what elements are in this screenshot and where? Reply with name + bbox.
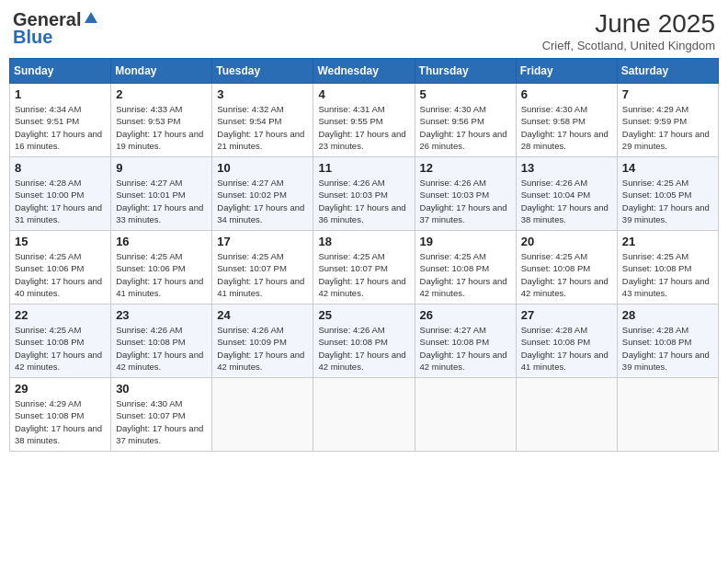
day-info: Sunrise: 4:26 AMSunset: 10:04 PMDaylight… bbox=[521, 177, 612, 225]
day-number: 8 bbox=[15, 161, 106, 175]
day-info: Sunrise: 4:25 AMSunset: 10:06 PMDaylight… bbox=[15, 250, 106, 299]
col-thursday: Thursday bbox=[415, 59, 516, 84]
calendar-cell: 25Sunrise: 4:26 AMSunset: 10:08 PMDaylig… bbox=[313, 304, 415, 378]
day-number: 24 bbox=[217, 308, 308, 322]
day-number: 27 bbox=[521, 308, 612, 322]
day-info: Sunrise: 4:29 AMSunset: 10:08 PMDaylight… bbox=[15, 397, 106, 446]
calendar-table: Sunday Monday Tuesday Wednesday Thursday… bbox=[9, 58, 719, 452]
col-wednesday: Wednesday bbox=[313, 59, 415, 84]
calendar-week-3: 15Sunrise: 4:25 AMSunset: 10:06 PMDaylig… bbox=[10, 231, 719, 304]
day-number: 20 bbox=[521, 235, 612, 248]
day-info: Sunrise: 4:30 AMSunset: 9:56 PMDaylight:… bbox=[420, 103, 511, 152]
calendar-cell: 24Sunrise: 4:26 AMSunset: 10:09 PMDaylig… bbox=[212, 304, 313, 378]
calendar-cell: 12Sunrise: 4:26 AMSunset: 10:03 PMDaylig… bbox=[415, 157, 516, 231]
day-number: 19 bbox=[420, 235, 511, 248]
calendar-cell bbox=[212, 378, 313, 452]
day-number: 21 bbox=[622, 235, 713, 248]
title-area: June 2025 Crieff, Scotland, United Kingd… bbox=[542, 9, 715, 52]
day-number: 1 bbox=[15, 87, 106, 101]
calendar-cell: 22Sunrise: 4:25 AMSunset: 10:08 PMDaylig… bbox=[10, 304, 111, 378]
svg-marker-0 bbox=[85, 12, 97, 23]
day-number: 4 bbox=[318, 87, 409, 101]
day-info: Sunrise: 4:27 AMSunset: 10:01 PMDaylight… bbox=[116, 177, 207, 225]
day-number: 12 bbox=[420, 161, 511, 175]
calendar-cell bbox=[516, 378, 617, 452]
day-info: Sunrise: 4:25 AMSunset: 10:08 PMDaylight… bbox=[420, 250, 511, 299]
calendar-week-1: 1Sunrise: 4:34 AMSunset: 9:51 PMDaylight… bbox=[10, 84, 719, 157]
header-row: Sunday Monday Tuesday Wednesday Thursday… bbox=[10, 59, 719, 84]
day-info: Sunrise: 4:29 AMSunset: 9:59 PMDaylight:… bbox=[622, 103, 713, 152]
calendar-cell: 1Sunrise: 4:34 AMSunset: 9:51 PMDaylight… bbox=[10, 84, 111, 157]
day-number: 9 bbox=[116, 161, 207, 175]
calendar-cell: 17Sunrise: 4:25 AMSunset: 10:07 PMDaylig… bbox=[212, 231, 313, 304]
calendar-cell: 23Sunrise: 4:26 AMSunset: 10:08 PMDaylig… bbox=[111, 304, 212, 378]
day-info: Sunrise: 4:25 AMSunset: 10:07 PMDaylight… bbox=[217, 250, 308, 299]
calendar-cell: 26Sunrise: 4:27 AMSunset: 10:08 PMDaylig… bbox=[415, 304, 516, 378]
calendar-week-4: 22Sunrise: 4:25 AMSunset: 10:08 PMDaylig… bbox=[10, 304, 719, 378]
day-info: Sunrise: 4:25 AMSunset: 10:08 PMDaylight… bbox=[622, 250, 713, 299]
day-number: 7 bbox=[622, 87, 713, 101]
col-saturday: Saturday bbox=[617, 59, 718, 84]
day-info: Sunrise: 4:28 AMSunset: 10:08 PMDaylight… bbox=[622, 324, 713, 373]
day-info: Sunrise: 4:26 AMSunset: 10:08 PMDaylight… bbox=[318, 324, 409, 373]
day-number: 15 bbox=[15, 235, 106, 248]
calendar-cell: 4Sunrise: 4:31 AMSunset: 9:55 PMDaylight… bbox=[313, 84, 415, 157]
calendar-cell: 6Sunrise: 4:30 AMSunset: 9:58 PMDaylight… bbox=[516, 84, 617, 157]
day-number: 22 bbox=[15, 308, 106, 322]
day-info: Sunrise: 4:26 AMSunset: 10:03 PMDaylight… bbox=[318, 177, 409, 225]
col-monday: Monday bbox=[111, 59, 212, 84]
day-number: 25 bbox=[318, 308, 409, 322]
col-sunday: Sunday bbox=[10, 59, 111, 84]
calendar-cell: 16Sunrise: 4:25 AMSunset: 10:06 PMDaylig… bbox=[111, 231, 212, 304]
day-info: Sunrise: 4:26 AMSunset: 10:03 PMDaylight… bbox=[420, 177, 511, 225]
col-tuesday: Tuesday bbox=[212, 59, 313, 84]
calendar-cell: 13Sunrise: 4:26 AMSunset: 10:04 PMDaylig… bbox=[516, 157, 617, 231]
day-number: 18 bbox=[318, 235, 409, 248]
calendar-cell: 10Sunrise: 4:27 AMSunset: 10:02 PMDaylig… bbox=[212, 157, 313, 231]
logo-blue-text: Blue bbox=[13, 27, 52, 48]
day-info: Sunrise: 4:27 AMSunset: 10:02 PMDaylight… bbox=[217, 177, 308, 225]
day-number: 17 bbox=[217, 235, 308, 248]
day-info: Sunrise: 4:33 AMSunset: 9:53 PMDaylight:… bbox=[116, 103, 207, 152]
calendar-cell: 27Sunrise: 4:28 AMSunset: 10:08 PMDaylig… bbox=[516, 304, 617, 378]
calendar-cell: 11Sunrise: 4:26 AMSunset: 10:03 PMDaylig… bbox=[313, 157, 415, 231]
calendar-cell: 14Sunrise: 4:25 AMSunset: 10:05 PMDaylig… bbox=[617, 157, 718, 231]
day-number: 3 bbox=[217, 87, 308, 101]
calendar-cell: 3Sunrise: 4:32 AMSunset: 9:54 PMDaylight… bbox=[212, 84, 313, 157]
header: General Blue June 2025 Crieff, Scotland,… bbox=[9, 9, 719, 52]
calendar-cell: 19Sunrise: 4:25 AMSunset: 10:08 PMDaylig… bbox=[415, 231, 516, 304]
day-info: Sunrise: 4:28 AMSunset: 10:00 PMDaylight… bbox=[15, 177, 106, 225]
day-info: Sunrise: 4:25 AMSunset: 10:07 PMDaylight… bbox=[318, 250, 409, 299]
day-info: Sunrise: 4:34 AMSunset: 9:51 PMDaylight:… bbox=[15, 103, 106, 152]
calendar-cell: 20Sunrise: 4:25 AMSunset: 10:08 PMDaylig… bbox=[516, 231, 617, 304]
day-info: Sunrise: 4:30 AMSunset: 9:58 PMDaylight:… bbox=[521, 103, 612, 152]
logo: General Blue bbox=[13, 9, 99, 48]
day-number: 14 bbox=[622, 161, 713, 175]
day-info: Sunrise: 4:31 AMSunset: 9:55 PMDaylight:… bbox=[318, 103, 409, 152]
calendar-header: Sunday Monday Tuesday Wednesday Thursday… bbox=[10, 59, 719, 84]
calendar-cell: 8Sunrise: 4:28 AMSunset: 10:00 PMDayligh… bbox=[10, 157, 111, 231]
day-info: Sunrise: 4:25 AMSunset: 10:08 PMDaylight… bbox=[15, 324, 106, 373]
calendar-cell: 15Sunrise: 4:25 AMSunset: 10:06 PMDaylig… bbox=[10, 231, 111, 304]
calendar-cell: 30Sunrise: 4:30 AMSunset: 10:07 PMDaylig… bbox=[111, 378, 212, 452]
day-info: Sunrise: 4:30 AMSunset: 10:07 PMDaylight… bbox=[116, 397, 207, 446]
day-number: 6 bbox=[521, 87, 612, 101]
calendar-cell: 28Sunrise: 4:28 AMSunset: 10:08 PMDaylig… bbox=[617, 304, 718, 378]
day-info: Sunrise: 4:27 AMSunset: 10:08 PMDaylight… bbox=[420, 324, 511, 373]
month-title: June 2025 bbox=[542, 9, 715, 39]
day-info: Sunrise: 4:25 AMSunset: 10:08 PMDaylight… bbox=[521, 250, 612, 299]
calendar-body: 1Sunrise: 4:34 AMSunset: 9:51 PMDaylight… bbox=[10, 84, 719, 452]
calendar-cell: 7Sunrise: 4:29 AMSunset: 9:59 PMDaylight… bbox=[617, 84, 718, 157]
day-number: 10 bbox=[217, 161, 308, 175]
day-number: 29 bbox=[15, 382, 106, 396]
day-info: Sunrise: 4:26 AMSunset: 10:08 PMDaylight… bbox=[116, 324, 207, 373]
calendar-cell: 5Sunrise: 4:30 AMSunset: 9:56 PMDaylight… bbox=[415, 84, 516, 157]
calendar-cell: 21Sunrise: 4:25 AMSunset: 10:08 PMDaylig… bbox=[617, 231, 718, 304]
day-number: 26 bbox=[420, 308, 511, 322]
calendar-week-2: 8Sunrise: 4:28 AMSunset: 10:00 PMDayligh… bbox=[10, 157, 719, 231]
location: Crieff, Scotland, United Kingdom bbox=[542, 39, 715, 52]
day-info: Sunrise: 4:32 AMSunset: 9:54 PMDaylight:… bbox=[217, 103, 308, 152]
calendar-cell: 29Sunrise: 4:29 AMSunset: 10:08 PMDaylig… bbox=[10, 378, 111, 452]
day-number: 28 bbox=[622, 308, 713, 322]
day-number: 16 bbox=[116, 235, 207, 248]
